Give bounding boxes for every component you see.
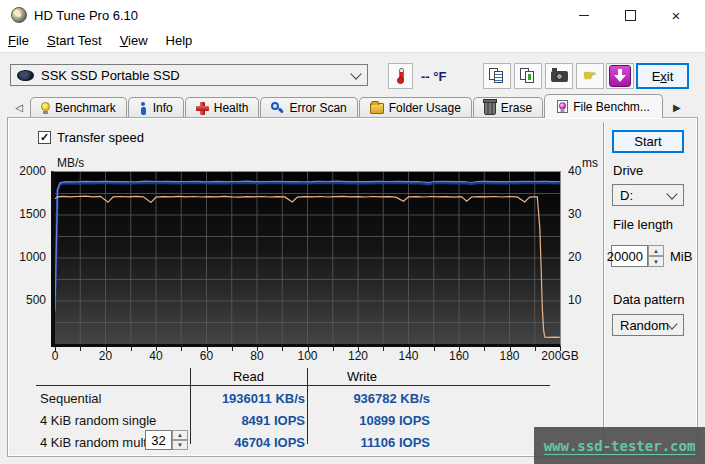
sequential-read-value: 1936011 KB/s (190, 391, 305, 406)
spin-up-button[interactable]: ▲ (648, 245, 664, 256)
file-length-value: 20000 (607, 249, 643, 264)
transfer-speed-chart (51, 171, 561, 347)
exit-button[interactable]: Exit (636, 63, 689, 89)
purple-bulb-icon (559, 102, 566, 112)
axis-tick-mark (232, 347, 233, 351)
axis-tick-label: 500 (0, 293, 46, 307)
random-single-write-value: 10899 IOPS (307, 413, 430, 428)
axis-tick-label: 20 (568, 250, 581, 264)
axis-tick-mark (358, 347, 359, 351)
tab-label: File Benchm... (573, 100, 650, 114)
axis-tick-mark (308, 347, 309, 351)
info-icon (139, 102, 148, 115)
copy-image-button[interactable] (514, 63, 542, 89)
axis-tick-mark (156, 347, 157, 351)
copy-text-button[interactable] (483, 63, 511, 89)
drive-label: Drive (613, 163, 643, 178)
axis-tick-mark (383, 347, 384, 351)
axis-tick-label: 40 (149, 349, 162, 363)
device-selector[interactable]: SSK SSD Portable SSD (10, 64, 368, 86)
toolbar: SSK SSD Portable SSD -- °F ☛ Exit (0, 52, 705, 95)
axis-tick-mark (535, 347, 536, 351)
chevron-down-icon (666, 188, 677, 199)
axis-tick-label: 0 (52, 349, 59, 363)
axis-tick-mark (282, 347, 283, 351)
column-header-read: Read (190, 369, 307, 384)
chevron-right-icon: ▶ (673, 102, 681, 113)
download-icon (609, 65, 631, 87)
bulb-icon (41, 102, 50, 114)
axis-tick-mark (257, 347, 258, 351)
menu-bar: File Start Test View Help (0, 30, 705, 52)
axis-tick-mark (106, 347, 107, 351)
copy-image-icon (520, 68, 536, 84)
screenshot-button[interactable] (545, 63, 573, 89)
queue-depth-input[interactable]: 32 (145, 430, 172, 450)
temperature-button[interactable] (388, 63, 413, 89)
row-label-random-multi: 4 KiB random multi (40, 435, 150, 450)
axis-tick-mark (333, 347, 334, 351)
minimize-icon (579, 15, 589, 16)
axis-tick-mark (207, 347, 208, 351)
tab-file-benchmark[interactable]: File Benchm... (544, 94, 663, 118)
panel-divider (603, 122, 605, 455)
axis-tick-mark (459, 347, 460, 351)
file-length-input[interactable]: 20000 (611, 245, 648, 267)
sequential-write-value: 936782 KB/s (307, 391, 430, 406)
transfer-speed-checkbox[interactable]: ✓ (38, 131, 51, 144)
axis-tick-label: 40 (568, 164, 581, 178)
drive-select[interactable]: D: (612, 184, 684, 206)
table-header-rule (36, 385, 550, 386)
folder-icon (370, 103, 384, 114)
axis-tick-label: 2000 (0, 164, 46, 178)
save-button[interactable] (606, 63, 634, 89)
data-pattern-value: Random (620, 318, 669, 333)
chevron-left-icon: ◁ (15, 102, 23, 113)
camera-icon (551, 71, 568, 82)
magnifier-icon (271, 102, 284, 115)
health-cross-icon (196, 102, 209, 115)
close-button[interactable]: × (653, 0, 699, 30)
thermometer-icon (397, 68, 404, 84)
table-divider (307, 368, 308, 444)
data-pattern-select[interactable]: Random (612, 314, 684, 336)
tab-erase[interactable]: Erase (473, 97, 543, 118)
hand-button[interactable]: ☛ (576, 63, 604, 89)
random-single-read-value: 8491 IOPS (190, 413, 305, 428)
tab-health[interactable]: Health (185, 97, 260, 118)
start-button[interactable]: Start (612, 130, 684, 153)
file-length-spinner: ▲ ▼ (648, 245, 664, 267)
tab-scroll-left-button[interactable]: ◁ (10, 97, 28, 117)
spin-down-button[interactable]: ▼ (172, 440, 188, 450)
tab-benchmark[interactable]: Benchmark (30, 97, 127, 118)
axis-tick-label: 120 (348, 349, 368, 363)
window-title: HD Tune Pro 6.10 (34, 8, 138, 23)
maximize-icon (625, 10, 636, 21)
tab-label: Info (153, 101, 173, 115)
minimize-button[interactable] (561, 0, 607, 30)
tab-scroll-right-button[interactable]: ▶ (668, 97, 686, 117)
tab-folder-usage[interactable]: Folder Usage (359, 97, 472, 118)
axis-tick-label: 30 (568, 207, 581, 221)
spin-up-button[interactable]: ▲ (172, 430, 188, 440)
menu-file[interactable]: File (0, 30, 38, 52)
tab-error-scan[interactable]: Error Scan (260, 97, 357, 118)
trash-icon (484, 101, 496, 115)
tab-label: Error Scan (289, 101, 346, 115)
menu-view[interactable]: View (111, 30, 157, 52)
axis-tick-label: 1500 (0, 207, 46, 221)
spin-down-button[interactable]: ▼ (648, 256, 664, 267)
app-disk-icon (11, 7, 27, 23)
axis-tick-label: 180 (499, 349, 519, 363)
maximize-button[interactable] (607, 0, 653, 30)
menu-start-test[interactable]: Start Test (38, 30, 111, 52)
drive-select-value: D: (620, 188, 633, 203)
start-button-label: Start (634, 134, 661, 149)
axis-tick-label: 80 (250, 349, 263, 363)
queue-depth-spinner: ▲ ▼ (172, 430, 188, 450)
device-selector-value: SSK SSD Portable SSD (41, 68, 180, 83)
tab-info[interactable]: Info (128, 97, 184, 118)
data-pattern-label: Data pattern (613, 292, 685, 307)
menu-help[interactable]: Help (157, 30, 202, 52)
random-multi-read-value: 46704 IOPS (190, 435, 305, 450)
